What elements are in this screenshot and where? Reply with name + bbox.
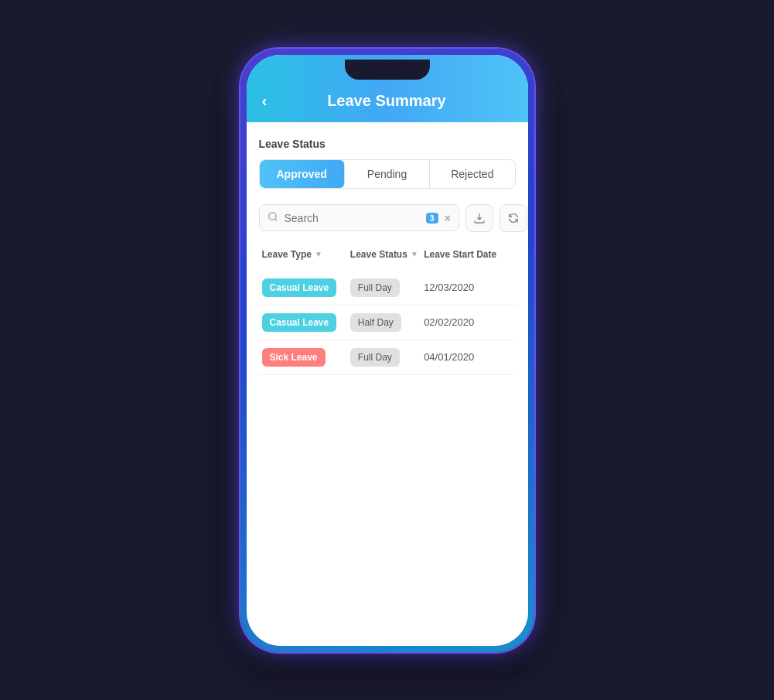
leave-status-cell: Full Day (350, 278, 424, 297)
search-icon (268, 211, 278, 224)
download-button[interactable] (465, 204, 493, 232)
phone-frame: ‹ Leave Summary Leave Status Approved Pe… (240, 49, 534, 652)
col-header-leave-type: Leave Type ▼ (262, 249, 350, 260)
tab-approved[interactable]: Approved (260, 160, 345, 188)
search-input[interactable] (285, 212, 420, 224)
tab-pending[interactable]: Pending (345, 160, 430, 188)
leave-date-cell-3: 04/01/2020 (424, 351, 512, 363)
phone-notch (345, 60, 430, 80)
svg-line-1 (274, 219, 277, 221)
refresh-icon (507, 212, 520, 224)
leave-type-badge-casual: Casual Leave (262, 278, 337, 297)
leave-date-cell: 12/03/2020 (424, 282, 512, 293)
leave-status-badge-fullday-2: Full Day (350, 348, 400, 367)
refresh-button[interactable] (500, 204, 527, 232)
leave-type-badge-sick: Sick Leave (262, 348, 326, 367)
back-button[interactable]: ‹ (262, 93, 268, 108)
leave-type-cell: Casual Leave (262, 278, 350, 297)
leave-status-badge-fullday: Full Day (350, 278, 400, 297)
search-clear-button[interactable]: × (445, 212, 451, 224)
leave-date-cell-2: 02/02/2020 (424, 316, 512, 328)
table-row: Casual Leave Full Day 12/03/2020 (259, 271, 516, 306)
sort-icon-leave-type: ▼ (315, 250, 322, 258)
leave-type-cell: Sick Leave (262, 348, 350, 367)
page-title: Leave Summary (276, 92, 496, 110)
search-result-count: 3 (426, 213, 438, 224)
leave-status-cell: Full Day (350, 348, 424, 367)
col-header-date: Leave Start Date (424, 249, 512, 260)
col-header-leave-status: Leave Status ▼ (350, 249, 424, 260)
table-row: Casual Leave Half Day 02/02/2020 (259, 306, 516, 340)
leave-type-badge-casual-2: Casual Leave (262, 313, 337, 332)
status-tabs-container: Approved Pending Rejected (259, 159, 516, 189)
table-row: Sick Leave Full Day 04/01/2020 (259, 340, 516, 375)
leave-status-label: Leave Status (259, 138, 516, 150)
leave-type-cell: Casual Leave (262, 313, 350, 332)
search-field-container: 3 × (259, 204, 459, 231)
download-icon (473, 212, 486, 224)
search-row: 3 × (259, 204, 516, 232)
table-header: Leave Type ▼ Leave Status ▼ Leave Start … (259, 244, 516, 265)
sort-icon-leave-status: ▼ (411, 250, 418, 258)
leave-status-cell: Half Day (350, 313, 424, 332)
tab-rejected[interactable]: Rejected (430, 160, 514, 188)
phone-screen: ‹ Leave Summary Leave Status Approved Pe… (247, 55, 528, 646)
main-content: Leave Status Approved Pending Rejected (247, 122, 528, 646)
leave-status-badge-halfday: Half Day (350, 313, 401, 332)
svg-point-0 (268, 213, 275, 220)
